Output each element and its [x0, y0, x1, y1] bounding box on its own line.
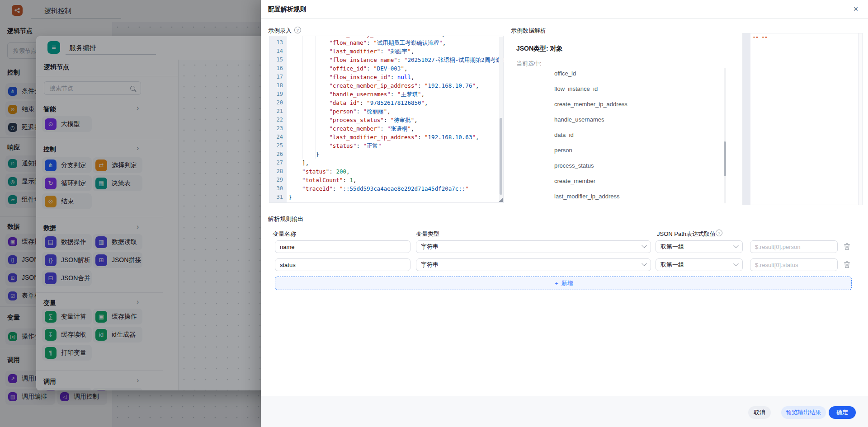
- code-line: "create_member": "张语桐",: [288, 124, 503, 133]
- parse-rules-dialog: 配置解析规则 × 示例录入 ? 121314151617181920212223…: [261, 0, 868, 427]
- confirm-button[interactable]: 确定: [829, 406, 856, 419]
- line-number: 22: [269, 116, 287, 124]
- json-field-create_member_ip_address[interactable]: create_member_ip_address: [554, 101, 627, 108]
- code-line: "status": 200,: [288, 167, 503, 176]
- line-number: 16: [269, 64, 287, 73]
- chevron-down-icon: [733, 243, 738, 248]
- code-line: "flow_name": "试用期员工考勤确认流程",: [288, 38, 503, 47]
- preview-gutter: [743, 33, 750, 205]
- code-line: "last_modifier": "郑皓宇",: [288, 47, 503, 56]
- field-list-scrollbar[interactable]: [724, 68, 726, 203]
- preview-output-button[interactable]: 预览输出结果: [781, 406, 826, 419]
- scrollbar-thumb[interactable]: [724, 141, 726, 176]
- dialog-title: 配置解析规则: [268, 5, 306, 14]
- json-path-input[interactable]: [750, 258, 838, 271]
- sample-json-editor[interactable]: 1213141516171819202122232425262728293031…: [269, 36, 504, 203]
- line-number: 17: [269, 73, 287, 81]
- code-line: ],: [288, 159, 503, 167]
- chevron-down-icon: [642, 243, 646, 248]
- indent-guide: [302, 36, 302, 159]
- cancel-button[interactable]: 取消: [748, 406, 771, 419]
- line-number: 29: [269, 176, 287, 184]
- help-icon[interactable]: ?: [294, 27, 301, 33]
- chevron-down-icon: [642, 261, 646, 266]
- line-number: 25: [269, 141, 287, 150]
- code-line: "traceId": "::55dd593ca4aeae8e292d71a45d…: [288, 184, 503, 193]
- close-icon[interactable]: ×: [851, 4, 861, 14]
- line-number: 27: [269, 159, 287, 167]
- json-field-person[interactable]: person: [554, 147, 572, 154]
- preview-scrollbar[interactable]: [858, 33, 862, 205]
- value-preview-editor[interactable]: "" "": [742, 33, 863, 205]
- line-number: 14: [269, 47, 287, 56]
- name-col-label: 变量名称: [273, 230, 296, 238]
- line-number: 28: [269, 167, 287, 176]
- line-number: 13: [269, 38, 287, 47]
- line-number: 31: [269, 193, 287, 202]
- line-number: 15: [269, 56, 287, 64]
- json-field-office_id[interactable]: office_id: [554, 70, 576, 77]
- select-value: 取第一组: [660, 243, 684, 251]
- code-line: "flow_instance_id": null,: [288, 73, 503, 81]
- preview-line: "" "": [750, 33, 859, 44]
- json-field-data_id[interactable]: data_id: [554, 131, 574, 138]
- json-field-last_modifier_ip_address[interactable]: last_modifier_ip_address: [554, 193, 620, 200]
- select-value: 取第一组: [660, 261, 684, 269]
- take-group-select[interactable]: 取第一组: [656, 240, 743, 253]
- dialog-footer: [261, 396, 868, 427]
- code-line: "totalCount": 1,: [288, 176, 503, 184]
- line-number: 23: [269, 124, 287, 133]
- json-field-handle_usernames[interactable]: handle_usernames: [554, 116, 604, 123]
- line-number: 19: [269, 90, 287, 99]
- help-icon[interactable]: ?: [716, 230, 722, 236]
- json-path-input[interactable]: [750, 240, 838, 253]
- json-field-flow_instance_id[interactable]: flow_instance_id: [554, 85, 598, 92]
- json-field-process_status[interactable]: process_status: [554, 162, 594, 169]
- scrollbar-thumb[interactable]: [500, 118, 502, 195]
- add-rule-button[interactable]: ＋ 新增: [275, 277, 852, 290]
- editor-gutter: 1213141516171819202122232425262728293031: [269, 36, 287, 202]
- sample-parse-label: 示例数据解析: [511, 27, 546, 35]
- dialog-header: 配置解析规则 ×: [261, 0, 868, 19]
- line-number: 24: [269, 133, 287, 141]
- code-line: "create_member_ip_address": "192.168.10.…: [288, 81, 503, 90]
- code-line: "last_modifier_ip_address": "192.168.10.…: [288, 133, 503, 141]
- variable-name-input[interactable]: [275, 258, 410, 271]
- code-line: "office_id": "DEV-003",: [288, 64, 503, 73]
- code-line: }: [288, 193, 503, 202]
- chevron-down-icon: [733, 261, 738, 266]
- variable-type-select[interactable]: 字符串: [416, 258, 651, 271]
- line-number: 26: [269, 150, 287, 159]
- take-group-select[interactable]: 取第一组: [656, 258, 743, 271]
- json-field-create_member[interactable]: create_member: [554, 178, 595, 184]
- type-col-label: 变量类型: [416, 230, 439, 238]
- json-type: JSON类型: 对象: [516, 45, 563, 53]
- code-line: "process_status": "待审批",: [288, 116, 503, 124]
- code-line: "person": "徐丽丽",: [288, 107, 503, 116]
- select-value: 字符串: [421, 261, 439, 269]
- resize-grip-icon[interactable]: [499, 198, 503, 202]
- variable-name-input[interactable]: [275, 240, 410, 253]
- code-line: "handle_usernames": "王梦琪",: [288, 90, 503, 99]
- code-line: "flow_instance_name": "20251027-张语桐-试用期第…: [288, 56, 503, 64]
- code-line: }: [288, 150, 503, 159]
- code-line: "data_id": "978526178126850",: [288, 99, 503, 107]
- select-value: 字符串: [421, 243, 439, 251]
- current-selected-label: 当前选中:: [516, 60, 542, 68]
- delete-row-icon[interactable]: [844, 261, 851, 269]
- indent-guide: [316, 36, 316, 159]
- code-line: "status": "正常": [288, 141, 503, 150]
- path-col-label: JSON Path表达式取值: [657, 230, 716, 238]
- line-number: 21: [269, 107, 287, 116]
- rules-output-label: 解析规则输出: [268, 215, 303, 223]
- line-number: 18: [269, 81, 287, 90]
- editor-scrollbar[interactable]: [499, 37, 503, 202]
- variable-type-select[interactable]: 字符串: [416, 240, 651, 253]
- editor-code[interactable]: "last_modify_time": 1701528511000, "flow…: [287, 36, 503, 202]
- line-number: 30: [269, 184, 287, 193]
- sample-input-label: 示例录入: [268, 27, 292, 35]
- line-number: 20: [269, 99, 287, 107]
- delete-row-icon[interactable]: [844, 243, 851, 251]
- app-root: 逻辑控制 逻辑节点 控制›⋔条件分支⊘结束◷延迟执行响应›⚐通知提醒◎显示隐藏▱…: [0, 0, 868, 427]
